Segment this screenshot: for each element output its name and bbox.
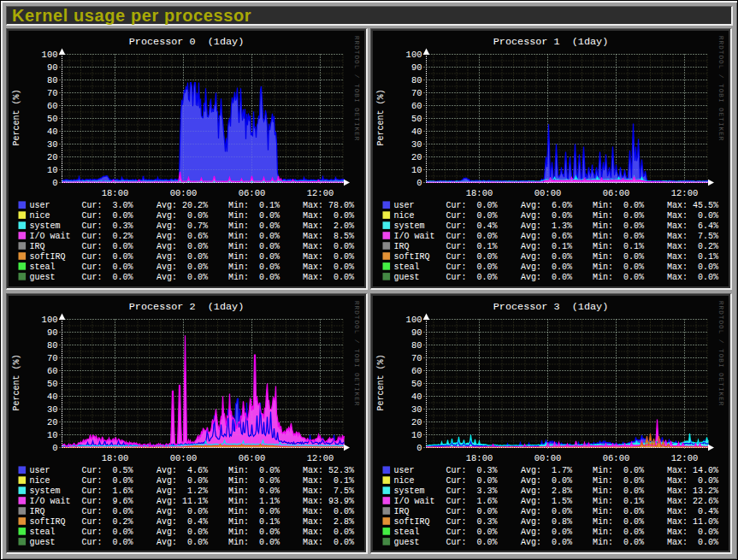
- svg-text:RRDTOOL / TOBI OETIKER: RRDTOOL / TOBI OETIKER: [717, 301, 724, 406]
- svg-text:18:00: 18:00: [466, 453, 493, 463]
- svg-text:Max: 11.0%: Max: 11.0%: [667, 517, 718, 527]
- svg-text:Cur: 0.0%: Cur: 0.0%: [446, 232, 498, 241]
- svg-text:0: 0: [416, 178, 422, 188]
- svg-text:Cur: 0.0%: Cur: 0.0%: [82, 538, 133, 547]
- svg-text:Min: 0.0%: Min: 0.0%: [228, 528, 280, 537]
- svg-text:Min: 0.0%: Min: 0.0%: [228, 232, 280, 241]
- svg-text:Percent (%): Percent (%): [376, 89, 386, 145]
- svg-text:Min: 0.0%: Min: 0.0%: [593, 517, 644, 527]
- svg-text:Percent (%): Percent (%): [376, 354, 386, 410]
- svg-text:Min: 0.0%: Min: 0.0%: [593, 538, 644, 547]
- svg-text:18:00: 18:00: [102, 188, 129, 198]
- svg-text:Cur: 0.0%: Cur: 0.0%: [82, 273, 133, 282]
- svg-text:40: 40: [47, 392, 58, 402]
- svg-text:Max: 0.0%: Max: 0.0%: [303, 528, 354, 537]
- svg-text:Cur: 0.2%: Cur: 0.2%: [82, 232, 133, 241]
- svg-text:Cur: 0.4%: Cur: 0.4%: [446, 221, 498, 231]
- svg-text:Cur: 0.0%: Cur: 0.0%: [446, 273, 498, 282]
- svg-text:Processor 1 (1day): Processor 1 (1day): [493, 36, 609, 48]
- svg-text:Max: 2.0%: Max: 2.0%: [303, 221, 354, 231]
- svg-text:12:00: 12:00: [671, 453, 699, 463]
- svg-text:IRQ: IRQ: [30, 507, 45, 516]
- svg-text:RRDTOOL / TOBI OETIKER: RRDTOOL / TOBI OETIKER: [353, 36, 360, 141]
- svg-text:Max: 22.6%: Max: 22.6%: [667, 497, 718, 506]
- svg-text:90: 90: [411, 62, 422, 73]
- svg-text:80: 80: [47, 340, 58, 351]
- svg-text:Min: 0.0%: Min: 0.0%: [593, 528, 644, 537]
- svg-text:I/O wait: I/O wait: [394, 232, 435, 241]
- svg-text:20: 20: [411, 152, 422, 162]
- svg-text:Avg: 0.0%: Avg: 0.0%: [521, 273, 572, 282]
- svg-text:Max: 0.0%: Max: 0.0%: [667, 211, 718, 221]
- svg-text:Min: 0.0%: Min: 0.0%: [593, 221, 644, 231]
- svg-text:Cur: 0.0%: Cur: 0.0%: [446, 201, 498, 210]
- svg-text:Cur: 1.6%: Cur: 1.6%: [82, 486, 133, 496]
- svg-text:Avg: 0.0%: Avg: 0.0%: [156, 211, 208, 221]
- svg-text:Avg: 20.2%: Avg: 20.2%: [156, 201, 208, 210]
- svg-text:Avg: 0.6%: Avg: 0.6%: [156, 232, 208, 241]
- svg-text:Avg: 0.4%: Avg: 0.4%: [156, 517, 208, 527]
- svg-text:user: user: [30, 466, 50, 475]
- svg-text:guest: guest: [394, 273, 420, 282]
- svg-text:90: 90: [47, 327, 58, 338]
- svg-text:Avg: 0.0%: Avg: 0.0%: [521, 211, 572, 221]
- svg-text:Avg: 0.0%: Avg: 0.0%: [156, 262, 208, 272]
- svg-text:Max: 78.0%: Max: 78.0%: [303, 201, 354, 210]
- svg-text:nice: nice: [30, 476, 50, 486]
- svg-text:Avg: 0.1%: Avg: 0.1%: [521, 242, 572, 251]
- svg-text:Cur: 0.0%: Cur: 0.0%: [82, 252, 133, 262]
- svg-text:100: 100: [406, 50, 422, 60]
- svg-text:Min: 0.0%: Min: 0.0%: [593, 262, 644, 272]
- svg-text:06:00: 06:00: [239, 453, 266, 463]
- svg-text:Cur: 0.0%: Cur: 0.0%: [82, 507, 133, 516]
- svg-text:00:00: 00:00: [534, 453, 562, 463]
- svg-text:Avg: 0.0%: Avg: 0.0%: [521, 262, 572, 272]
- svg-text:Avg: 0.0%: Avg: 0.0%: [521, 528, 572, 537]
- svg-text:18:00: 18:00: [102, 453, 129, 463]
- svg-text:Avg: 1.2%: Avg: 1.2%: [156, 486, 208, 496]
- svg-text:system: system: [394, 486, 425, 496]
- svg-text:nice: nice: [394, 211, 415, 221]
- svg-text:Cur: 0.0%: Cur: 0.0%: [446, 211, 498, 221]
- svg-text:Min: 0.0%: Min: 0.0%: [228, 538, 280, 547]
- svg-text:06:00: 06:00: [239, 188, 266, 198]
- svg-text:Avg: 0.0%: Avg: 0.0%: [156, 242, 208, 251]
- svg-text:Avg: 0.0%: Avg: 0.0%: [156, 476, 208, 486]
- svg-text:Min: 0.1%: Min: 0.1%: [593, 242, 644, 251]
- svg-text:Min: 0.1%: Min: 0.1%: [228, 201, 280, 210]
- svg-text:Min: 0.0%: Min: 0.0%: [228, 211, 280, 221]
- svg-text:Avg: 2.8%: Avg: 2.8%: [521, 486, 572, 496]
- svg-text:Max: 93.9%: Max: 93.9%: [303, 497, 354, 506]
- svg-text:00:00: 00:00: [170, 453, 198, 463]
- svg-text:I/O wait: I/O wait: [394, 497, 435, 506]
- svg-text:10: 10: [47, 165, 58, 175]
- svg-text:Max: 0.0%: Max: 0.0%: [303, 538, 354, 547]
- svg-text:06:00: 06:00: [603, 453, 630, 463]
- svg-text:Min: 0.0%: Min: 0.0%: [228, 507, 280, 516]
- svg-text:Max: 0.4%: Max: 0.4%: [667, 507, 718, 516]
- svg-text:12:00: 12:00: [671, 188, 699, 198]
- svg-text:Avg: 0.0%: Avg: 0.0%: [521, 252, 572, 262]
- svg-text:Max: 7.5%: Max: 7.5%: [667, 232, 718, 241]
- svg-text:Cur: 0.3%: Cur: 0.3%: [446, 517, 498, 527]
- svg-text:Max: 0.0%: Max: 0.0%: [667, 538, 718, 547]
- svg-text:Max: 0.2%: Max: 0.2%: [667, 242, 718, 251]
- svg-text:40: 40: [411, 392, 422, 402]
- svg-text:90: 90: [411, 327, 422, 338]
- svg-text:40: 40: [47, 127, 58, 137]
- svg-text:nice: nice: [394, 476, 415, 486]
- svg-text:12:00: 12:00: [307, 188, 334, 198]
- svg-text:Max: 0.1%: Max: 0.1%: [303, 476, 354, 486]
- svg-text:Max: 13.2%: Max: 13.2%: [667, 486, 718, 496]
- svg-text:Processor 3 (1day): Processor 3 (1day): [493, 301, 609, 313]
- svg-text:Max: 0.0%: Max: 0.0%: [667, 476, 718, 486]
- svg-text:Max: 0.0%: Max: 0.0%: [303, 273, 354, 282]
- svg-text:Cur: 0.1%: Cur: 0.1%: [446, 242, 498, 251]
- svg-text:Cur: 0.0%: Cur: 0.0%: [446, 262, 498, 272]
- svg-text:12:00: 12:00: [307, 453, 334, 463]
- svg-text:Min: 0.0%: Min: 0.0%: [593, 232, 644, 241]
- svg-text:Cur: 0.0%: Cur: 0.0%: [446, 507, 498, 516]
- svg-text:RRDTOOL / TOBI OETIKER: RRDTOOL / TOBI OETIKER: [353, 301, 360, 406]
- svg-text:Min: 0.0%: Min: 0.0%: [593, 466, 644, 475]
- svg-text:Percent (%): Percent (%): [12, 354, 21, 410]
